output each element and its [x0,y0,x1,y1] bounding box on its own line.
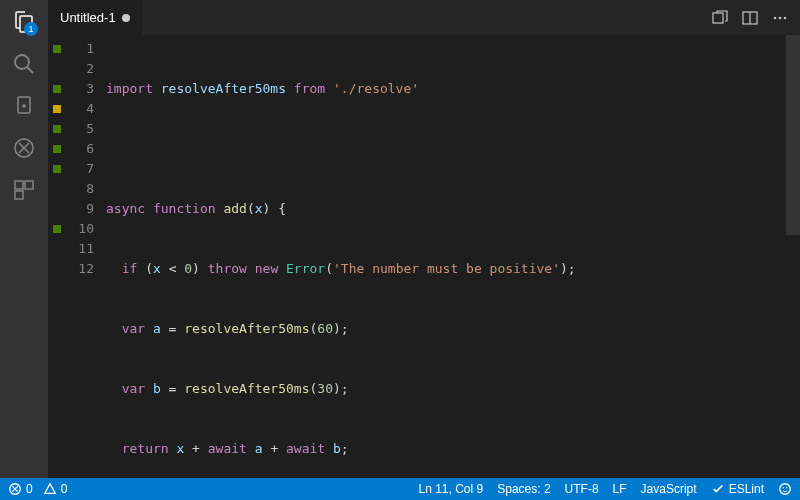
svg-point-19 [783,487,784,488]
status-feedback-icon[interactable] [778,482,792,496]
line-numbers: 123456789101112 [66,35,106,478]
extensions-icon[interactable] [12,178,36,202]
tab-untitled[interactable]: Untitled-1 [48,0,143,35]
svg-rect-7 [25,181,33,189]
status-warnings[interactable]: 0 [43,482,68,496]
svg-point-14 [784,16,787,19]
compare-changes-icon[interactable] [712,10,728,26]
svg-rect-9 [713,13,723,23]
svg-point-12 [774,16,777,19]
svg-line-1 [27,67,33,73]
code-editor[interactable]: 123456789101112 import resolveAfter50ms … [48,35,800,478]
svg-rect-8 [15,191,23,199]
explorer-icon[interactable]: 1 [12,10,36,34]
scrollbar-thumb[interactable] [786,35,800,235]
svg-point-20 [786,487,787,488]
smiley-icon [778,482,792,496]
tab-title: Untitled-1 [60,10,116,25]
error-icon [8,482,22,496]
status-cursor[interactable]: Ln 11, Col 9 [419,482,484,496]
svg-point-18 [780,484,791,495]
status-eol[interactable]: LF [613,482,627,496]
status-bar: 0 0 Ln 11, Col 9 Spaces: 2 UTF-8 LF Java… [0,478,800,500]
gutter-markers [48,35,66,478]
unsaved-dot-icon [122,14,130,22]
tabs-row: Untitled-1 [48,0,800,35]
status-encoding[interactable]: UTF-8 [565,482,599,496]
source-control-icon[interactable] [12,94,36,118]
status-language[interactable]: JavaScript [641,482,697,496]
split-editor-icon[interactable] [742,10,758,26]
search-icon[interactable] [12,52,36,76]
activity-bar: 1 [0,0,48,478]
check-icon [711,482,725,496]
editor-area: Untitled-1 123456789101112 import resolv… [48,0,800,478]
more-actions-icon[interactable] [772,10,788,26]
warning-icon [43,482,57,496]
explorer-badge: 1 [24,22,38,36]
status-errors[interactable]: 0 [8,482,33,496]
code-lines: import resolveAfter50ms from './resolve'… [106,35,800,478]
svg-point-0 [15,55,29,69]
status-eslint[interactable]: ESLint [711,482,764,496]
debug-icon[interactable] [12,136,36,160]
svg-point-13 [779,16,782,19]
svg-rect-6 [15,181,23,189]
status-spaces[interactable]: Spaces: 2 [497,482,550,496]
